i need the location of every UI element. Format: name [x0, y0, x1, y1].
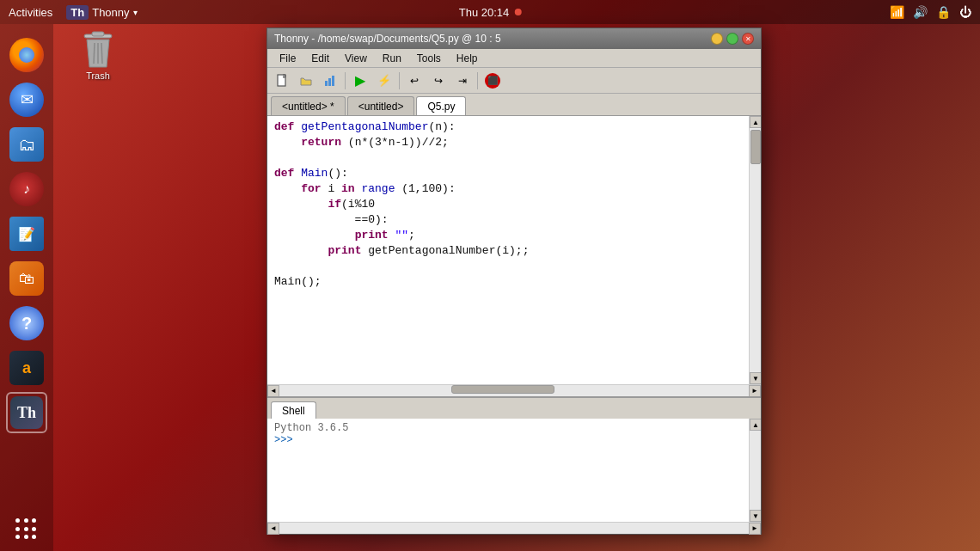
shell-tab-bar: Shell — [267, 398, 761, 419]
dock-item-software[interactable]: 🛍 — [6, 258, 47, 299]
activities-button[interactable]: Activities — [9, 6, 52, 19]
menu-tools[interactable]: Tools — [410, 51, 448, 66]
application-dock: ✉ 🗂 ♪ 📝 🛍 ? a Th — [0, 24, 53, 551]
window-title: Thonny - /home/swap/Documents/Q5.py @ 10… — [274, 33, 501, 45]
dock-item-thunderbird[interactable]: ✉ — [6, 79, 47, 120]
editor-hscrollbar[interactable]: ◄ ► — [267, 384, 761, 396]
shell-tab[interactable]: Shell — [271, 401, 316, 419]
editor-vscrollbar[interactable]: ▲ ▼ — [749, 116, 761, 384]
toolbar-separator — [345, 72, 346, 89]
app-name-label: Thonny — [92, 6, 129, 19]
scrollbar-right-arrow[interactable]: ► — [749, 385, 761, 397]
lock-icon[interactable]: 🔒 — [936, 5, 951, 19]
topbar-right-icons: 📶 🔊 🔒 ⏻ — [890, 5, 971, 19]
svg-rect-8 — [332, 76, 334, 86]
grid-dot — [24, 535, 28, 539]
toolbar-debug-button[interactable]: ⚡ — [373, 70, 395, 91]
topbar-clock: Thu 20:14 — [459, 6, 522, 19]
scrollbar-thumb-v[interactable] — [750, 130, 761, 164]
grid-dot — [15, 535, 20, 539]
notification-dot — [514, 9, 521, 15]
topbar: Activities Th Thonny ▾ Thu 20:14 📶 🔊 🔒 ⏻ — [0, 0, 980, 24]
dock-item-help[interactable]: ? — [6, 303, 47, 344]
toolbar-run-button[interactable]: ▶ — [349, 70, 371, 91]
grid-dot — [32, 518, 36, 523]
tab-untitled2-label: <untitled> — [358, 101, 404, 113]
editor-tab-bar: <untitled> * <untitled> Q5.py — [267, 94, 761, 116]
dock-item-thonny[interactable]: Th — [6, 392, 47, 433]
minimize-button[interactable] — [711, 33, 723, 45]
grid-dot — [15, 527, 20, 531]
volume-icon[interactable]: 🔊 — [913, 5, 928, 19]
grid-dot — [24, 518, 28, 523]
grid-dot — [24, 527, 28, 531]
trash-icon[interactable] — [79, 31, 117, 69]
menu-file[interactable]: File — [273, 51, 303, 66]
menu-bar: File Edit View Run Tools Help — [267, 49, 761, 68]
shell-scrollbar-right[interactable]: ► — [749, 523, 761, 535]
window-controls: ✕ — [711, 33, 754, 45]
tab-untitled1[interactable]: <untitled> * — [271, 96, 346, 115]
thonny-app-menu[interactable]: Th Thonny ▾ — [66, 5, 137, 20]
svg-rect-7 — [328, 78, 331, 86]
toolbar-step-into-button[interactable]: ↪ — [427, 70, 450, 91]
wifi-icon[interactable]: 📶 — [890, 5, 904, 19]
tab-q5py-label: Q5.py — [427, 101, 455, 113]
svg-line-4 — [101, 43, 102, 64]
window-titlebar: Thonny - /home/swap/Documents/Q5.py @ 10… — [267, 28, 761, 49]
scrollbar-down-arrow[interactable]: ▼ — [750, 372, 761, 384]
menu-help[interactable]: Help — [450, 51, 485, 66]
dock-item-files[interactable]: 🗂 — [6, 124, 47, 165]
shell-scrollbar-left[interactable]: ◄ — [267, 523, 279, 535]
grid-dot — [32, 535, 36, 539]
dock-item-amazon[interactable]: a — [6, 347, 47, 389]
dropdown-arrow-icon: ▾ — [133, 8, 138, 17]
toolbar-separator2 — [399, 72, 400, 89]
trash-label: Trash — [86, 70, 110, 81]
svg-rect-1 — [92, 32, 104, 36]
thonny-icon: Th — [10, 396, 43, 429]
shell-prompt: >>> — [274, 434, 737, 446]
clock-label: Thu 20:14 — [459, 6, 510, 19]
scrollbar-up-arrow[interactable]: ▲ — [750, 116, 761, 128]
trash-area: Trash — [71, 24, 125, 81]
scrollbar-left-arrow[interactable]: ◄ — [267, 385, 279, 397]
maximize-button[interactable] — [726, 33, 738, 45]
shell-tab-label: Shell — [282, 405, 305, 417]
tab-untitled2[interactable]: <untitled> — [347, 96, 415, 115]
shell-hscrollbar[interactable]: ◄ ► — [267, 522, 761, 534]
svg-rect-6 — [325, 81, 328, 86]
shell-scrollbar-down[interactable]: ▼ — [750, 510, 761, 522]
toolbar-stats-button[interactable] — [319, 70, 341, 91]
tab-q5py[interactable]: Q5.py — [416, 96, 466, 115]
toolbar-open-button[interactable] — [295, 70, 317, 91]
toolbar-separator3 — [477, 72, 478, 89]
shell-vscrollbar[interactable]: ▲ ▼ — [749, 419, 761, 522]
shell-version-label: Python 3.6.5 — [274, 422, 737, 434]
dock-item-rhythmbox[interactable]: ♪ — [6, 168, 47, 210]
shell-content[interactable]: Python 3.6.5 >>> — [267, 419, 749, 522]
editor-scroll-area[interactable]: def getPentagonalNumber(n): return (n*(3… — [267, 116, 749, 384]
close-button[interactable]: ✕ — [742, 33, 754, 45]
dock-item-writer[interactable]: 📝 — [6, 213, 47, 254]
scrollbar-thumb-h[interactable] — [451, 385, 554, 394]
svg-line-2 — [94, 43, 95, 64]
code-content[interactable]: def getPentagonalNumber(n): return (n*(3… — [267, 116, 737, 293]
dock-item-firefox[interactable] — [6, 34, 47, 76]
menu-edit[interactable]: Edit — [304, 51, 336, 66]
code-editor[interactable]: def getPentagonalNumber(n): return (n*(3… — [267, 116, 761, 396]
shell-panel: Shell Python 3.6.5 >>> ▲ ▼ ◄ ► — [267, 396, 761, 534]
toolbar-new-button[interactable] — [271, 70, 293, 91]
menu-run[interactable]: Run — [376, 51, 408, 66]
toolbar-step-out-button[interactable]: ⇥ — [451, 70, 474, 91]
toolbar-step-over-button[interactable]: ↩ — [403, 70, 426, 91]
toolbar-stop-button[interactable]: ⬛ — [481, 70, 504, 91]
grid-dot — [15, 518, 20, 523]
power-icon[interactable]: ⏻ — [959, 5, 971, 19]
menu-view[interactable]: View — [338, 51, 374, 66]
app-grid-button[interactable] — [15, 518, 38, 541]
tab-untitled1-label: <untitled> * — [282, 101, 334, 113]
grid-dot — [32, 527, 36, 531]
shell-scrollbar-up[interactable]: ▲ — [750, 419, 761, 431]
toolbar: ▶ ⚡ ↩ ↪ ⇥ ⬛ — [267, 68, 761, 94]
